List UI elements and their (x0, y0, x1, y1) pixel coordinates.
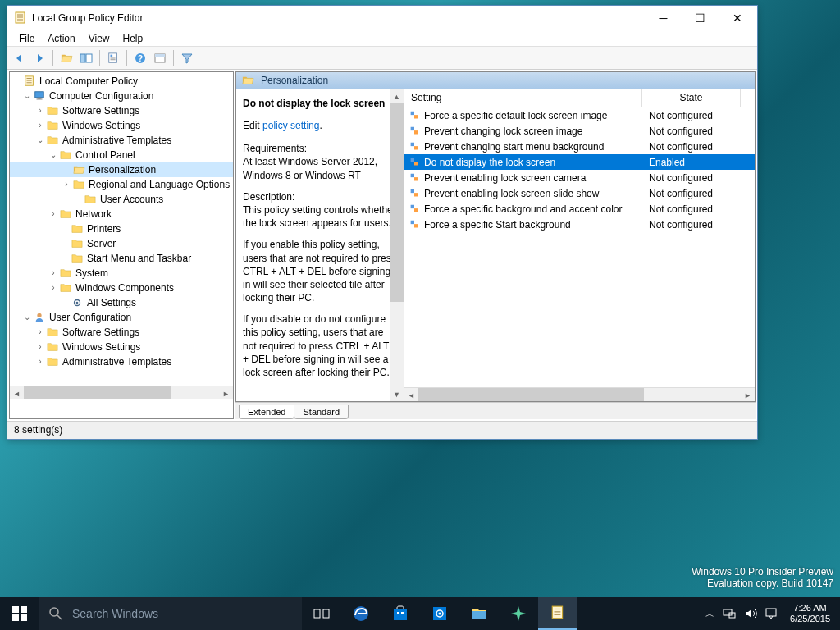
volume-icon[interactable] (744, 608, 757, 619)
app-button[interactable] (499, 597, 538, 630)
setting-row[interactable]: Force a specific default lock screen ima… (404, 107, 755, 123)
list-hscroll[interactable]: ◄► (404, 387, 755, 401)
tree-item[interactable]: All Settings (10, 295, 233, 310)
explorer-button[interactable] (459, 597, 499, 630)
tab-extended[interactable]: Extended (239, 405, 294, 419)
forward-button[interactable] (30, 49, 48, 67)
window-title: Local Group Policy Editor (32, 12, 645, 24)
tree-item[interactable]: ›Regional and Language Options (10, 177, 233, 192)
gpedit-task-button[interactable] (538, 597, 578, 630)
tree-item[interactable]: ›Windows Settings (10, 340, 233, 354)
setting-name: Force a specific default lock screen ima… (424, 110, 646, 121)
tray-chevron-icon[interactable]: ︿ (705, 608, 714, 620)
breadcrumb: Personalization (235, 71, 756, 89)
edge-button[interactable] (341, 597, 381, 630)
tree-item[interactable]: Server (10, 236, 233, 251)
app-icon (14, 11, 27, 25)
sparkle-icon (511, 606, 526, 621)
setting-row[interactable]: Prevent changing lock screen imageNot co… (404, 123, 755, 139)
notifications-icon[interactable] (765, 608, 777, 619)
folder-icon (46, 105, 59, 116)
export-button[interactable] (104, 49, 122, 67)
menu-view[interactable]: View (82, 31, 116, 46)
folder-icon (59, 149, 72, 161)
tree-root[interactable]: Local Computer Policy (10, 74, 233, 89)
tree-item[interactable]: User Accounts (10, 192, 233, 207)
search-box[interactable]: Search Windows (39, 597, 302, 630)
folder-icon (71, 253, 84, 264)
back-button[interactable] (11, 49, 29, 67)
svg-rect-37 (472, 611, 486, 619)
folder-icon (471, 606, 487, 621)
help-button[interactable]: ? (131, 49, 149, 67)
tree-hscroll[interactable]: ◄► (10, 386, 233, 399)
clock[interactable]: 7:26 AM 6/25/2015 (785, 603, 835, 624)
setting-state: Not configured (646, 219, 744, 231)
edit-policy-link[interactable]: policy setting (262, 120, 319, 131)
systray[interactable]: ︿ 7:26 AM 6/25/2015 (701, 597, 840, 630)
store-button[interactable] (381, 597, 420, 630)
folder-open-icon (241, 75, 254, 86)
folder-open-icon (72, 164, 85, 176)
properties-button[interactable] (151, 49, 169, 67)
folder-icon (72, 179, 85, 190)
folder-icon (59, 282, 72, 294)
start-button[interactable] (0, 597, 39, 630)
desc-vscroll[interactable]: ▲▼ (390, 89, 404, 401)
tree-personalization[interactable]: Personalization (10, 162, 233, 177)
tree-control-panel[interactable]: ⌄Control Panel (10, 148, 233, 162)
tree-user-config[interactable]: ⌄User Configuration (10, 310, 233, 325)
setting-row[interactable]: Do not display the lock screenEnabled (404, 154, 755, 170)
list-header[interactable]: Setting State (404, 89, 755, 107)
maximize-button[interactable]: ☐ (682, 6, 719, 30)
tree-item[interactable]: ›Software Settings (10, 325, 233, 340)
menu-file[interactable]: File (12, 31, 41, 46)
minimize-button[interactable]: ─ (645, 6, 682, 30)
toolbar: ? (7, 47, 757, 70)
col-state[interactable]: State (642, 89, 741, 107)
svg-point-26 (50, 608, 58, 616)
titlebar[interactable]: Local Group Policy Editor ─ ☐ ✕ (7, 6, 757, 30)
setting-row[interactable]: Prevent enabling lock screen cameraNot c… (404, 170, 755, 185)
col-setting[interactable]: Setting (404, 89, 642, 107)
filter-button[interactable] (178, 49, 196, 67)
settings-button[interactable] (420, 597, 459, 630)
taskview-button[interactable] (302, 597, 341, 630)
tree-item[interactable]: Start Menu and Taskbar (10, 251, 233, 266)
setting-state: Not configured (646, 188, 744, 199)
tree-item[interactable]: Printers (10, 221, 233, 236)
svg-rect-29 (323, 609, 329, 618)
close-button[interactable]: ✕ (719, 6, 756, 30)
folder-icon (46, 135, 59, 146)
setting-row[interactable]: Force a specific Start backgroundNot con… (404, 217, 755, 232)
folder-icon (84, 194, 97, 205)
tree-item[interactable]: ›System (10, 266, 233, 281)
tree-item[interactable]: ›Software Settings (10, 103, 233, 118)
scroll-icon (550, 605, 565, 620)
tree-item[interactable]: ›Windows Settings (10, 118, 233, 133)
folder-icon (59, 208, 72, 220)
taskbar[interactable]: Search Windows ︿ 7:26 AM 6/25/2015 (0, 597, 840, 630)
setting-row[interactable]: Force a specific background and accent c… (404, 201, 755, 217)
menu-help[interactable]: Help (116, 31, 150, 46)
svg-text:?: ? (138, 54, 143, 63)
setting-row[interactable]: Prevent changing start menu backgroundNo… (404, 139, 755, 154)
tab-standard[interactable]: Standard (294, 405, 349, 419)
menu-action[interactable]: Action (41, 31, 81, 46)
tree-item[interactable]: ›Network (10, 207, 233, 221)
gear-icon (71, 297, 84, 308)
setting-row[interactable]: Prevent enabling lock screen slide showN… (404, 185, 755, 201)
windows-icon (12, 606, 27, 621)
menubar: File Action View Help (7, 30, 757, 47)
setting-name: Prevent enabling lock screen slide show (424, 188, 646, 199)
show-hide-tree-button[interactable] (77, 49, 95, 67)
setting-name: Force a specific background and accent c… (424, 203, 646, 215)
svg-line-27 (57, 615, 62, 619)
tree-computer-config[interactable]: ⌄Computer Configuration (10, 89, 233, 103)
tree-item[interactable]: ›Administrative Templates (10, 354, 233, 369)
up-folder-button[interactable] (57, 49, 75, 67)
tree-item[interactable]: ›Windows Components (10, 281, 233, 295)
network-icon[interactable] (723, 608, 736, 619)
tree-admin-templates[interactable]: ⌄Administrative Templates (10, 133, 233, 148)
policy-tree[interactable]: Local Computer Policy ⌄Computer Configur… (9, 71, 234, 419)
